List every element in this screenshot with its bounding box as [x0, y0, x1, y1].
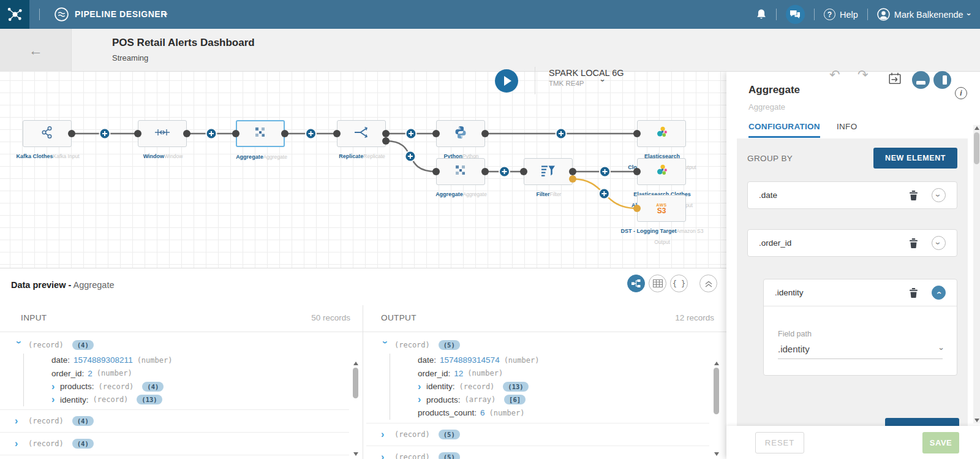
record-row[interactable]: ›(record)(5) — [366, 449, 709, 459]
toggle-right-panel-icon[interactable] — [933, 71, 951, 89]
expand-button[interactable]: › — [932, 188, 946, 202]
field-row[interactable]: ›products:(array)[6] — [418, 393, 709, 407]
field-row[interactable]: products_count:6(number) — [418, 406, 709, 420]
expand-chevron-icon[interactable]: › — [51, 382, 60, 392]
delete-button[interactable] — [909, 287, 918, 298]
expand-chevron-icon[interactable]: › — [418, 382, 426, 392]
field-path-select[interactable]: .identity› — [778, 344, 943, 359]
delete-button[interactable] — [909, 190, 918, 200]
delete-button[interactable] — [909, 238, 918, 248]
record-row[interactable]: ›(record)(5) — [366, 337, 709, 353]
stage-agg2[interactable]: AggregateAggregate — [436, 158, 485, 185]
input-column-header: INPUT 50 records — [0, 305, 363, 332]
chevron-down-icon[interactable]: › — [598, 79, 608, 82]
engine-selector[interactable]: SPARK LOCAL 6G TMK RE4P — [549, 68, 624, 87]
expand-chevron-icon[interactable]: › — [51, 395, 60, 404]
group-by-section-label: GROUP BY — [747, 154, 793, 163]
output-scrollbar[interactable] — [712, 360, 720, 457]
stage-es1[interactable]: Elasticsearch ClothesElasticsearch Outpu… — [637, 120, 686, 147]
undo-icon[interactable]: ↶ — [829, 67, 840, 82]
new-element-button[interactable]: NEW ELEMENT — [873, 148, 957, 169]
app-logo[interactable] — [0, 0, 29, 29]
expand-button[interactable]: › — [932, 236, 946, 250]
chat-icon[interactable] — [786, 5, 805, 24]
chevron-down-icon: › — [934, 194, 943, 197]
stage-label: Kafka Clothes — [16, 153, 53, 159]
new-element-button-partial[interactable] — [885, 418, 959, 426]
field-row[interactable]: date:1574889308211(number) — [51, 354, 349, 367]
aggregate-icon — [454, 164, 467, 180]
product-switcher[interactable]: PIPELINE DESIGNER — [75, 9, 167, 19]
user-menu[interactable]: Mark Balkenende › — [877, 8, 970, 21]
tree-view-button[interactable] — [627, 275, 645, 292]
input-record-tree: ›(record)(4)date:1574889308211(number)or… — [0, 332, 349, 459]
top-navbar: PIPELINE DESIGNER › ? Help Mark Balkenen… — [0, 0, 980, 29]
inspector-scrollbar[interactable] — [973, 125, 980, 423]
pipeline-title: POS Retail Alerts Dashboard — [112, 37, 255, 49]
tab-info[interactable]: INFO — [837, 122, 857, 131]
stage-kafka[interactable]: Kafka ClothesKafka Input — [23, 120, 72, 147]
output-column-header: OUTPUT 12 records — [363, 305, 726, 332]
stage-s3[interactable]: AWSS3DST - Logging TargetAmazon S3 Outpu… — [637, 195, 686, 222]
field-row[interactable]: ›identity:(record)(13) — [51, 393, 349, 407]
stage-python[interactable]: PythonPython — [436, 120, 485, 147]
field-row[interactable]: date:1574889314574(number) — [418, 354, 709, 367]
python-icon — [454, 126, 467, 142]
expand-chevron-icon[interactable]: › — [15, 416, 23, 426]
chevron-down-icon[interactable]: › — [162, 13, 171, 15]
stage-window[interactable]: WindowWindow — [138, 120, 187, 147]
field-count-badge: (4) — [142, 382, 164, 392]
group-by-item[interactable]: .order_id› — [747, 229, 957, 257]
json-view-button[interactable]: { } — [670, 275, 688, 292]
field-row[interactable]: order_id:12(number) — [418, 367, 709, 381]
preview-title: Data preview - Aggregate — [11, 280, 114, 290]
field-count-badge: [6] — [504, 395, 526, 404]
help-button[interactable]: ? Help — [824, 9, 858, 20]
record-row[interactable]: ›(record)(5) — [366, 427, 709, 442]
help-icon: ? — [824, 9, 835, 20]
stage-es2[interactable]: Elasticsearch Clothes Ale...Elasticsearc… — [637, 158, 686, 185]
stage-filter[interactable]: FilterFilter — [524, 158, 573, 185]
divider — [39, 9, 40, 20]
record-row[interactable]: ›(record)(4) — [0, 413, 349, 429]
collapse-button[interactable]: › — [932, 286, 946, 300]
table-view-button[interactable] — [649, 275, 666, 292]
collapse-chevron-icon[interactable]: › — [14, 341, 24, 349]
json-view-icon: { } — [673, 279, 686, 288]
pipeline-canvas[interactable]: Kafka ClothesKafka InputWindowWindowAggr… — [0, 72, 726, 268]
expand-chevron-icon[interactable]: › — [15, 439, 23, 449]
field-row[interactable]: ›products:(record)(4) — [51, 380, 349, 393]
stage-subtitle: Aggregate — [748, 102, 785, 112]
group-by-item[interactable]: .date› — [747, 181, 957, 209]
group-by-item-expanded[interactable]: .identity›Field path.identity› — [763, 279, 957, 376]
run-button[interactable] — [495, 69, 518, 93]
kafka-icon — [40, 126, 54, 142]
stage-title: Aggregate — [748, 84, 800, 96]
field-row[interactable]: order_id:2(number) — [51, 367, 349, 381]
input-scrollbar[interactable] — [352, 360, 360, 457]
back-button[interactable]: ← — [0, 29, 72, 72]
record-row[interactable]: ›(record)(4) — [0, 436, 349, 452]
save-button[interactable]: SAVE — [922, 432, 959, 453]
field-row[interactable]: ›identity:(record)(13) — [418, 380, 709, 393]
record-row[interactable]: ›(record)(4) — [0, 337, 349, 353]
tab-configuration[interactable]: CONFIGURATION — [748, 122, 820, 138]
info-icon[interactable]: i — [955, 87, 967, 99]
stage-replicate[interactable]: ReplicateReplicate — [337, 120, 386, 147]
network-logo-icon — [7, 6, 23, 23]
expand-chevron-icon[interactable]: › — [381, 430, 390, 439]
schedule-icon[interactable] — [888, 72, 902, 88]
expand-chevron-icon[interactable]: › — [418, 395, 426, 404]
bell-icon[interactable] — [756, 9, 767, 20]
collapse-chevron-icon[interactable]: › — [380, 341, 390, 349]
stage-label: Aggregate — [435, 191, 463, 197]
redo-icon[interactable]: ↷ — [858, 67, 869, 82]
reset-button[interactable]: RESET — [755, 432, 804, 453]
stage-agg1[interactable]: AggregateAggregate — [236, 120, 285, 147]
stage-label: Window — [143, 153, 164, 159]
collapse-preview-button[interactable] — [699, 275, 717, 292]
back-arrow-icon: ← — [29, 42, 43, 59]
toggle-bottom-panel-icon[interactable] — [912, 71, 930, 89]
table-view-icon — [653, 279, 663, 287]
expand-chevron-icon[interactable]: › — [381, 452, 390, 459]
